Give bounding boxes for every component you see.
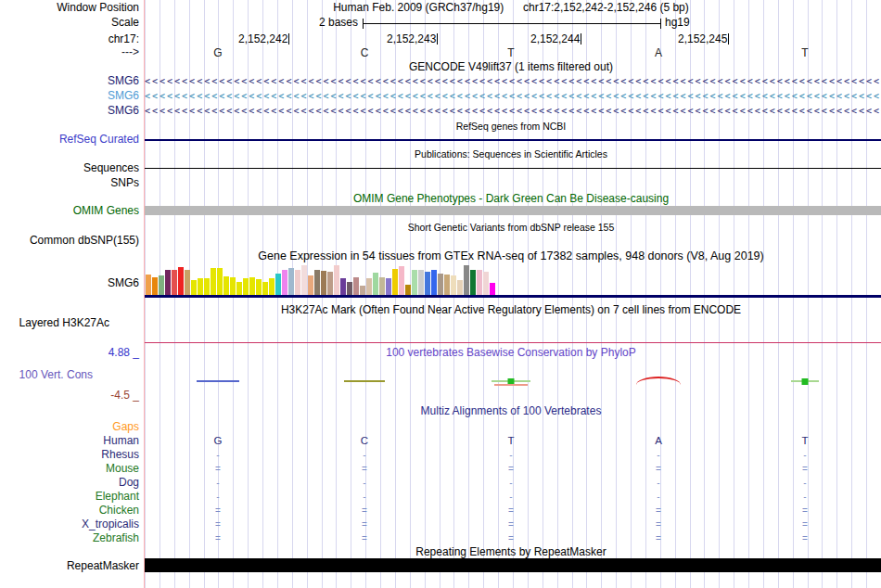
multiz-align-mark: -	[216, 491, 219, 503]
multiz-species-label-x_tropicalis[interactable]: X_tropicalis	[0, 518, 139, 530]
gtex-tissue-bar	[236, 282, 242, 295]
multiz-align-mark: =	[656, 463, 661, 475]
gtex-gene-label[interactable]: SMG6	[0, 277, 139, 289]
gtex-tissue-bar	[165, 270, 171, 295]
omim-gene-bar[interactable]	[145, 206, 881, 215]
publications-title: Publications: Sequences in Scientific Ar…	[145, 148, 877, 160]
multiz-align-mark: =	[362, 518, 367, 530]
gtex-tissue-bar	[405, 285, 411, 295]
omim-genes-label[interactable]: OMIM Genes	[0, 205, 139, 217]
multiz-align-mark: -	[363, 491, 365, 503]
multiz-species-label-zebrafish[interactable]: Zebrafish	[0, 532, 139, 544]
multiz-human-base: T	[507, 435, 514, 447]
genome-browser-image: Window Position Human Feb. 2009 (GRCh37/…	[0, 0, 881, 588]
common-dbsnp-label[interactable]: Common dbSNP(155)	[0, 235, 139, 247]
gencode-gene-label[interactable]: SMG6	[0, 105, 139, 117]
gtex-tissue-bar	[262, 282, 268, 295]
gtex-tissue-bar	[223, 276, 229, 295]
gtex-tissue-bar	[490, 283, 495, 295]
multiz-align-mark: =	[656, 532, 661, 544]
multiz-species-label-dog[interactable]: Dog	[0, 477, 139, 489]
gtex-tissue-bar	[288, 268, 294, 295]
gtex-tissue-bar	[379, 277, 385, 295]
repeatmasker-bar[interactable]	[145, 558, 881, 572]
gtex-tissue-bar	[483, 272, 489, 295]
refseq-title: RefSeq genes from NCBI	[145, 121, 877, 133]
label-content-separator	[144, 0, 145, 588]
multiz-species-label-human[interactable]: Human	[0, 435, 139, 447]
ruler-coordinate-text: 2,152,242	[238, 33, 287, 45]
gtex-tissue-bar	[399, 266, 404, 295]
snps-label[interactable]: SNPs	[0, 177, 139, 189]
gencode-gene-body[interactable]: <<<<<<<<<<<<<<<<<<<<<<<<<<<<<<<<<<<<<<<<…	[145, 75, 881, 87]
ruler-tick	[728, 33, 729, 45]
multiz-align-mark: =	[215, 463, 221, 475]
gtex-tissue-bar	[347, 282, 352, 295]
multiz-species-label-mouse[interactable]: Mouse	[0, 463, 139, 475]
gtex-tissue-bar	[366, 278, 372, 295]
ruler-base-letter: A	[655, 46, 662, 59]
gtex-tissue-bar	[159, 275, 164, 295]
multiz-align-mark: =	[362, 463, 367, 475]
multiz-human-base: T	[801, 435, 808, 447]
multiz-species-label-rhesus[interactable]: Rhesus	[0, 449, 139, 461]
gtex-tissue-bar	[444, 275, 450, 295]
gtex-baseline	[145, 295, 881, 298]
gtex-tissue-bar	[477, 270, 482, 295]
gtex-tissue-bar	[256, 279, 262, 295]
gtex-tissue-bar	[470, 270, 476, 295]
phylop-dot-mark	[802, 378, 809, 385]
gtex-tissue-bar	[412, 270, 417, 295]
multiz-human-base: A	[655, 435, 662, 447]
h3k27ac-label[interactable]: Layered H3K27Ac	[0, 317, 109, 329]
repeatmasker-label[interactable]: RepeatMasker	[0, 560, 139, 572]
sequences-item-line[interactable]	[145, 168, 881, 169]
sequences-label[interactable]: Sequences	[0, 162, 139, 174]
gtex-tissue-bar	[392, 269, 398, 295]
multiz-align-mark: -	[803, 449, 806, 461]
phylop-negative-line-mark	[494, 384, 528, 386]
multiz-human-base: G	[214, 435, 223, 447]
dbsnp-title: Short Genetic Variants from dbSNP releas…	[145, 222, 877, 234]
multiz-align-mark: -	[363, 477, 365, 489]
gtex-tissue-bar	[464, 265, 469, 295]
ruler-coordinate: 2,152,244	[530, 33, 581, 45]
multiz-align-mark: =	[508, 518, 514, 530]
strand-arrow: --->	[0, 46, 139, 58]
gtex-tissue-bar	[321, 271, 326, 295]
multiz-species-label-elephant[interactable]: Elephant	[0, 491, 139, 503]
gencode-gene-body[interactable]: <<<<<<<<<<<<<<<<<<<<<<<<<<<<<<<<<<<<<<<<…	[145, 90, 881, 102]
multiz-species-label-gaps[interactable]: Gaps	[0, 421, 139, 433]
gtex-tissue-bar	[295, 270, 300, 295]
refseq-curated-label[interactable]: RefSeq Curated	[0, 134, 139, 146]
gtex-tissue-bar	[353, 277, 359, 295]
gtex-tissue-bar	[451, 275, 456, 295]
multiz-align-mark: =	[215, 505, 221, 517]
gtex-tissue-bar	[425, 272, 430, 295]
gencode-gene-label[interactable]: SMG6	[0, 90, 139, 102]
multiz-species-label-chicken[interactable]: Chicken	[0, 505, 139, 517]
gtex-tissue-bar	[178, 267, 184, 295]
ruler-coordinate: 2,152,243	[387, 33, 438, 45]
window-position-title: Human Feb. 2009 (GRCh37/hg19) chr17:2,15…	[145, 2, 877, 14]
gtex-tissue-bar	[431, 270, 437, 295]
gencode-gene-label[interactable]: SMG6	[0, 75, 139, 87]
ruler-coordinate-text: 2,152,244	[530, 33, 580, 45]
multiz-align-mark: =	[656, 518, 661, 530]
conservation-min-label: -4.5 _	[0, 390, 139, 402]
gtex-tissue-bar	[230, 277, 236, 295]
conservation-track-label[interactable]: 100 Vert. Cons	[0, 369, 93, 381]
ruler-base-letter: G	[213, 46, 222, 59]
multiz-align-mark: =	[508, 505, 514, 517]
scale-bar	[363, 19, 661, 29]
gencode-gene-body[interactable]: <<<<<<<<<<<<<<<<<<<<<<<<<<<<<<<<<<<<<<<<…	[145, 105, 881, 117]
refseq-gene-line[interactable]	[145, 139, 881, 141]
multiz-align-mark: =	[802, 518, 808, 530]
gtex-tissue-bar	[308, 275, 313, 295]
gtex-tissue-bar	[301, 265, 307, 295]
ruler-tick	[288, 33, 289, 45]
gtex-tissue-bar	[334, 265, 339, 295]
assembly-short: hg19	[665, 17, 690, 29]
multiz-align-mark: -	[803, 477, 806, 489]
multiz-align-mark: =	[215, 518, 221, 530]
